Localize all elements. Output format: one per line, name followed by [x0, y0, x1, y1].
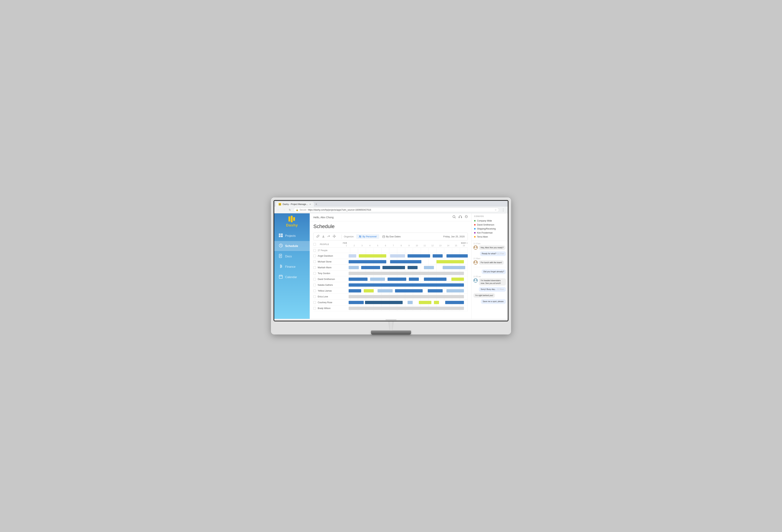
gantt-bar[interactable]	[424, 278, 447, 281]
gantt-bar[interactable]	[359, 254, 386, 257]
convo-item[interactable]: Company Wide	[474, 219, 505, 223]
gantt-bar[interactable]	[349, 254, 356, 257]
share-icon[interactable]	[327, 235, 330, 239]
gantt-bar[interactable]	[388, 278, 406, 281]
convo-item[interactable]: Shipping/Receiving	[474, 227, 505, 231]
by-due-dates-option[interactable]: By Due Dates	[380, 234, 403, 239]
sidebar-item-calendar[interactable]: Calendar	[274, 272, 310, 282]
table-row[interactable]: Erica Love	[313, 294, 468, 299]
convo-item[interactable]: David Smitherson	[474, 223, 505, 227]
row-checkbox[interactable]	[313, 272, 316, 275]
tab-close-button[interactable]: ✕	[309, 203, 311, 206]
by-personnel-option[interactable]: By Personnel	[356, 234, 379, 239]
gantt-bar[interactable]	[442, 266, 465, 269]
gantt-bar[interactable]	[378, 289, 393, 292]
row-checkbox[interactable]	[313, 289, 316, 292]
row-checkbox[interactable]	[313, 278, 316, 280]
person-name: Natalia Gathers	[318, 284, 333, 286]
table-row[interactable]: Markiah Mann	[313, 264, 468, 271]
gantt-bar[interactable]	[407, 254, 430, 257]
row-checkbox[interactable]	[313, 249, 316, 252]
table-row[interactable]: Michael Stone	[313, 259, 468, 264]
gantt-bar[interactable]	[349, 266, 359, 269]
row-checkbox[interactable]	[313, 284, 316, 286]
gantt-bar[interactable]	[407, 301, 413, 304]
download-icon[interactable]	[322, 235, 325, 239]
gantt-bar[interactable]	[407, 266, 418, 269]
convo-item[interactable]: Ken Frosterman	[474, 231, 505, 235]
sidebar-item-projects[interactable]: Projects	[274, 231, 310, 241]
gantt-bar[interactable]	[349, 301, 364, 304]
day-label: 7	[389, 244, 397, 247]
gantt-bar[interactable]	[364, 289, 374, 292]
scroll-thumb[interactable]	[386, 319, 396, 320]
gantt-bar[interactable]	[370, 278, 385, 281]
gantt-bar[interactable]	[434, 301, 439, 304]
gantt-bar[interactable]	[447, 254, 468, 257]
person-name: Courtney Rose	[318, 301, 332, 304]
gantt-bar[interactable]	[349, 283, 464, 287]
row-checkbox[interactable]	[313, 260, 316, 263]
bookmark-icon[interactable]: ☆	[495, 209, 497, 211]
refresh-button[interactable]: ↻	[288, 208, 292, 212]
search-icon[interactable]	[453, 215, 456, 219]
table-row[interactable]: Yelitza Llamas	[313, 288, 468, 294]
gantt-bar[interactable]	[383, 266, 405, 269]
select-all-checkbox[interactable]	[313, 243, 316, 246]
browser-tab[interactable]: ||| Dashy - Project Manage... ✕	[276, 202, 314, 207]
gantt-bar[interactable]	[349, 278, 367, 281]
gantt-bar[interactable]	[349, 289, 361, 292]
row-checkbox[interactable]	[313, 255, 316, 257]
menu-button[interactable]: ⋮	[500, 208, 506, 212]
gantt-bar[interactable]	[349, 260, 386, 263]
day-labels: 12345678910111213141516	[343, 244, 468, 247]
address-bar[interactable]: 🔒 Secure https://dashy.com/hp/projects/a…	[293, 208, 499, 212]
back-button[interactable]: ←	[276, 208, 280, 212]
sidebar-item-finance[interactable]: Finance	[274, 262, 310, 272]
gantt-bar[interactable]	[349, 272, 464, 275]
gantt-bar[interactable]	[390, 260, 421, 263]
sidebar-item-docs[interactable]: Docs	[274, 251, 310, 261]
table-row[interactable]: 27 People	[313, 248, 468, 253]
row-checkbox[interactable]	[313, 266, 316, 269]
bell-icon[interactable]	[465, 215, 468, 219]
table-row[interactable]: Tony Gordon	[313, 271, 468, 276]
settings-icon[interactable]	[333, 235, 336, 239]
gantt-bar[interactable]	[361, 266, 380, 269]
day-label: 3	[358, 244, 366, 247]
table-row[interactable]: Natalia Gathers	[313, 282, 468, 288]
row-checkbox[interactable]	[313, 307, 316, 310]
chat-bubble-row: For lunch with the team!	[473, 260, 504, 265]
gantt-bar[interactable]	[390, 254, 405, 257]
gantt-bar[interactable]	[433, 254, 442, 257]
gantt-bar[interactable]	[349, 307, 464, 310]
chat-divider	[473, 267, 506, 267]
row-checkbox[interactable]	[313, 295, 316, 298]
link-icon[interactable]	[316, 235, 319, 239]
convo-item[interactable]: Terra Aiken	[474, 235, 505, 239]
gantt-bar[interactable]	[365, 301, 403, 304]
chat-text: For lunch with the team!	[481, 261, 502, 263]
gantt-bar[interactable]	[349, 295, 464, 298]
gantt-bar[interactable]	[424, 266, 434, 269]
gantt-bar[interactable]	[395, 289, 423, 292]
new-tab-button[interactable]: +	[315, 203, 317, 206]
gantt-bar[interactable]	[409, 278, 419, 281]
gantt-bar[interactable]	[451, 278, 464, 281]
day-label: 2	[350, 244, 358, 247]
gantt-bar[interactable]	[436, 260, 464, 263]
gantt-bar[interactable]	[428, 289, 443, 292]
gantt-bar[interactable]	[447, 289, 464, 292]
gantt-bar[interactable]	[419, 301, 431, 304]
row-checkbox[interactable]	[313, 301, 316, 304]
table-row[interactable]: Brady Wilson	[313, 306, 468, 311]
gantt-bar[interactable]	[445, 301, 464, 304]
table-row[interactable]: Courtney Rose	[313, 299, 468, 306]
table-row[interactable]: Angel Davidson	[313, 253, 468, 259]
sidebar-item-schedule[interactable]: Schedule	[274, 241, 310, 251]
browser-chrome: ||| Dashy - Project Manage... ✕ + ← → ↻ …	[274, 201, 508, 213]
forward-button[interactable]: →	[282, 208, 286, 212]
headphones-icon[interactable]	[459, 215, 462, 219]
table-row[interactable]: David Smitherson	[313, 276, 468, 282]
convo-dot	[474, 224, 475, 225]
